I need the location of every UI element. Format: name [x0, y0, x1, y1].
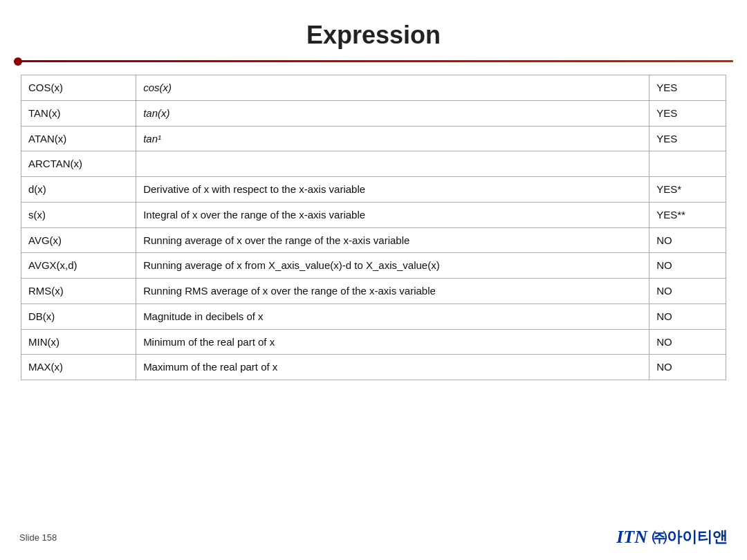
support-cell: YES — [649, 100, 726, 126]
desc-cell: Running average of x from X_axis_value(x… — [136, 253, 649, 279]
func-cell: TAN(x) — [21, 100, 136, 126]
logo-korean: ㈜아이티앤 — [652, 527, 728, 548]
desc-cell — [136, 151, 649, 177]
desc-cell: Running average of x over the range of t… — [136, 227, 649, 253]
table-row: AVG(x)Running average of x over the rang… — [21, 227, 726, 253]
func-cell: MAX(x) — [21, 355, 136, 380]
support-cell: NO — [649, 279, 726, 304]
table-row: AVGX(x,d)Running average of x from X_axi… — [21, 253, 726, 279]
logo-itn: ITN — [616, 527, 647, 548]
page-title: Expression — [0, 0, 747, 60]
support-cell: YES — [649, 126, 726, 151]
table-row: d(x)Derivative of x with respect to the … — [21, 177, 726, 203]
slide-number: Slide 158 — [19, 532, 57, 543]
footer: Slide 158 ITN ㈜아이티앤 — [0, 527, 747, 548]
table-row: MAX(x)Maximum of the real part of xNO — [21, 355, 726, 380]
table-container: COS(x)cos(x)YESTAN(x)tan(x)YESATAN(x)tan… — [21, 75, 726, 380]
table-row: ARCTAN(x) — [21, 151, 726, 177]
desc-cell: tan(x) — [136, 100, 649, 126]
support-cell: NO — [649, 329, 726, 355]
red-divider — [14, 60, 733, 62]
support-cell — [649, 151, 726, 177]
func-cell: RMS(x) — [21, 279, 136, 304]
table-row: MIN(x)Minimum of the real part of xNO — [21, 329, 726, 355]
support-cell: NO — [649, 355, 726, 380]
func-cell: s(x) — [21, 202, 136, 227]
func-cell: DB(x) — [21, 304, 136, 329]
table-row: s(x)Integral of x over the range of the … — [21, 202, 726, 227]
desc-cell: Minimum of the real part of x — [136, 329, 649, 355]
support-cell: NO — [649, 304, 726, 329]
table-row: TAN(x)tan(x)YES — [21, 100, 726, 126]
table-row: COS(x)cos(x)YES — [21, 75, 726, 101]
func-cell: d(x) — [21, 177, 136, 203]
func-cell: MIN(x) — [21, 329, 136, 355]
support-cell: NO — [649, 253, 726, 279]
table-row: DB(x)Magnitude in decibels of xNO — [21, 304, 726, 329]
desc-cell: Running RMS average of x over the range … — [136, 279, 649, 304]
support-cell: YES — [649, 75, 726, 101]
desc-cell: Integral of x over the range of the x-ax… — [136, 202, 649, 227]
func-cell: ARCTAN(x) — [21, 151, 136, 177]
desc-cell: Magnitude in decibels of x — [136, 304, 649, 329]
func-cell: AVG(x) — [21, 227, 136, 253]
func-cell: ATAN(x) — [21, 126, 136, 151]
func-cell: AVGX(x,d) — [21, 253, 136, 279]
table-row: RMS(x)Running RMS average of x over the … — [21, 279, 726, 304]
desc-cell: tan¹ — [136, 126, 649, 151]
desc-cell: Derivative of x with respect to the x-ax… — [136, 177, 649, 203]
support-cell: YES** — [649, 202, 726, 227]
func-cell: COS(x) — [21, 75, 136, 101]
expression-table: COS(x)cos(x)YESTAN(x)tan(x)YESATAN(x)tan… — [21, 75, 726, 380]
desc-cell: cos(x) — [136, 75, 649, 101]
support-cell: YES* — [649, 177, 726, 203]
support-cell: NO — [649, 227, 726, 253]
desc-cell: Maximum of the real part of x — [136, 355, 649, 380]
logo-area: ITN ㈜아이티앤 — [616, 527, 728, 548]
table-row: ATAN(x)tan¹YES — [21, 126, 726, 151]
